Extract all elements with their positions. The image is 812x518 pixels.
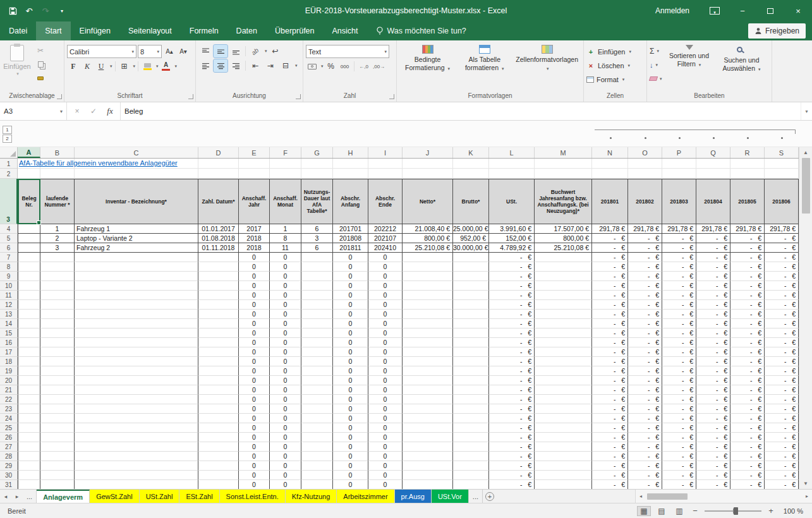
- row-header-8[interactable]: 8: [0, 262, 18, 272]
- cell-P5[interactable]: - €: [662, 234, 696, 243]
- undo-icon[interactable]: ↶: [21, 3, 37, 18]
- vertical-scrollbar-thumb[interactable]: [802, 158, 810, 214]
- row-header-11[interactable]: 11: [0, 291, 18, 300]
- cell-D14[interactable]: [198, 319, 239, 328]
- cell-D21[interactable]: [198, 385, 239, 395]
- cell-B9[interactable]: [40, 272, 75, 281]
- cell-M27[interactable]: [535, 442, 592, 452]
- cell-R20[interactable]: - €: [730, 376, 765, 385]
- share-button[interactable]: Freigeben: [748, 23, 806, 39]
- cell-J20[interactable]: [403, 376, 453, 385]
- cell-B17[interactable]: [40, 347, 75, 357]
- cell-F13[interactable]: 0: [270, 310, 301, 319]
- cell-D19[interactable]: [198, 366, 239, 376]
- cell-G15[interactable]: [301, 328, 333, 338]
- cell-E8[interactable]: 0: [239, 262, 270, 272]
- row-header-2[interactable]: 2: [0, 169, 18, 179]
- cell-M3[interactable]: Buchwert Jahresanfang bzw. Anschaffungsk…: [535, 179, 592, 224]
- cell-I7[interactable]: 0: [368, 253, 403, 262]
- row-header-19[interactable]: 19: [0, 366, 18, 376]
- cell-H12[interactable]: 0: [333, 300, 368, 310]
- cell-L5[interactable]: 152,00 €: [489, 234, 535, 243]
- cell-M8[interactable]: [535, 262, 592, 272]
- cell-D3[interactable]: Zahl. Datum*: [198, 179, 239, 224]
- cell-N30[interactable]: - €: [592, 471, 628, 480]
- cell-E15[interactable]: 0: [239, 328, 270, 338]
- cell-K5[interactable]: 952,00 €: [453, 234, 489, 243]
- outline-column-dot[interactable]: [781, 137, 783, 139]
- cell-B26[interactable]: [40, 433, 75, 442]
- cell-D27[interactable]: [198, 442, 239, 452]
- cell-H19[interactable]: 0: [333, 366, 368, 376]
- cell-G17[interactable]: [301, 347, 333, 357]
- cell-D30[interactable]: [198, 471, 239, 480]
- cell-O20[interactable]: - €: [628, 376, 662, 385]
- cell-O24[interactable]: - €: [628, 414, 662, 423]
- cell-H6[interactable]: 201811: [333, 243, 368, 253]
- cell-F21[interactable]: 0: [270, 385, 301, 395]
- cell-G5[interactable]: 3: [301, 234, 333, 243]
- column-header-I[interactable]: I: [368, 147, 403, 158]
- cell-N21[interactable]: - €: [592, 385, 628, 395]
- cell-B30[interactable]: [40, 471, 75, 480]
- row-header-23[interactable]: 23: [0, 404, 18, 414]
- grow-font-icon[interactable]: A▴: [163, 45, 176, 58]
- ribbon-tab-seitenlayout[interactable]: Seitenlayout: [119, 21, 181, 40]
- sheet-tab-sonst-leist-entn-[interactable]: Sonst.Leist.Entn.: [220, 490, 286, 503]
- cell-G12[interactable]: [301, 300, 333, 310]
- cell-N27[interactable]: - €: [592, 442, 628, 452]
- cell-J30[interactable]: [403, 471, 453, 480]
- cell-H20[interactable]: 0: [333, 376, 368, 385]
- cell-R19[interactable]: - €: [730, 366, 765, 376]
- cell-M4[interactable]: 17.507,00 €: [535, 224, 592, 234]
- cell-C15[interactable]: [75, 328, 198, 338]
- cell-M10[interactable]: [535, 281, 592, 291]
- cell-M22[interactable]: [535, 395, 592, 404]
- increase-indent-icon[interactable]: ⇥: [264, 59, 277, 72]
- dialog-launcher-icon[interactable]: [188, 94, 193, 99]
- cell-M28[interactable]: [535, 452, 592, 461]
- row-header-25[interactable]: 25: [0, 423, 18, 433]
- cell-D11[interactable]: [198, 291, 239, 300]
- cell-S29[interactable]: - €: [765, 461, 799, 471]
- cell-D22[interactable]: [198, 395, 239, 404]
- cell-K26[interactable]: [453, 433, 489, 442]
- column-header-H[interactable]: H: [333, 147, 368, 158]
- cell-A27[interactable]: [18, 442, 40, 452]
- cell-Q8[interactable]: - €: [696, 262, 730, 272]
- cell-R9[interactable]: - €: [730, 272, 765, 281]
- cell-O22[interactable]: - €: [628, 395, 662, 404]
- cell-A1[interactable]: AfA-Tabelle für allgemein verwendbare An…: [18, 159, 40, 169]
- cell-G26[interactable]: [301, 433, 333, 442]
- column-header-E[interactable]: E: [239, 147, 270, 158]
- cell-Q2[interactable]: [696, 169, 730, 179]
- cell-L28[interactable]: - €: [489, 452, 535, 461]
- select-all-corner[interactable]: [0, 147, 18, 158]
- cell-N8[interactable]: - €: [592, 262, 628, 272]
- cell-S30[interactable]: - €: [765, 471, 799, 480]
- cell-F6[interactable]: 11: [270, 243, 301, 253]
- cell-L18[interactable]: - €: [489, 357, 535, 366]
- cell-M14[interactable]: [535, 319, 592, 328]
- cell-R13[interactable]: - €: [730, 310, 765, 319]
- cell-S16[interactable]: - €: [765, 338, 799, 347]
- cell-M18[interactable]: [535, 357, 592, 366]
- cell-B12[interactable]: [40, 300, 75, 310]
- ribbon-tab-formeln[interactable]: Formeln: [181, 21, 227, 40]
- cell-R29[interactable]: - €: [730, 461, 765, 471]
- cell-A10[interactable]: [18, 281, 40, 291]
- cell-P15[interactable]: - €: [662, 328, 696, 338]
- cell-Q21[interactable]: - €: [696, 385, 730, 395]
- cell-D24[interactable]: [198, 414, 239, 423]
- cell-R31[interactable]: - €: [730, 480, 765, 489]
- cell-S25[interactable]: - €: [765, 423, 799, 433]
- cell-E17[interactable]: 0: [239, 347, 270, 357]
- sheet-tab-est-zahl[interactable]: ESt.Zahl: [179, 490, 219, 503]
- formula-bar-expand-icon[interactable]: ▾: [801, 102, 812, 120]
- sheet-tab-ust-vor[interactable]: USt.Vor: [432, 490, 469, 503]
- ribbon-tab-einf-gen[interactable]: Einfügen: [71, 21, 119, 40]
- cell-S13[interactable]: - €: [765, 310, 799, 319]
- cell-I2[interactable]: [368, 169, 403, 179]
- cell-R10[interactable]: - €: [730, 281, 765, 291]
- cell-G29[interactable]: [301, 461, 333, 471]
